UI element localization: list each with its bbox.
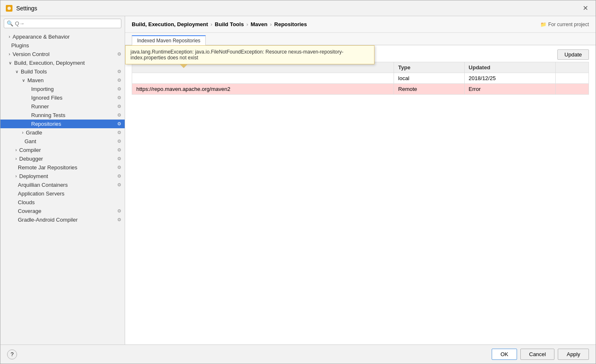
sidebar-item-label: Remote Jar Repositories <box>18 164 77 171</box>
sidebar-item-label: Ignored Files <box>31 95 62 101</box>
breadcrumb-bar: Build, Execution, Deployment › Build Too… <box>125 16 596 33</box>
sidebar-item-build-tools[interactable]: ∨ Build Tools ⚙ <box>0 67 125 76</box>
sidebar-item-label: Maven <box>27 77 44 83</box>
sidebar-item-gradle-android-compiler[interactable]: Gradle-Android Compiler ⚙ <box>0 215 125 224</box>
sidebar-item-runner[interactable]: Runner ⚙ <box>0 102 125 111</box>
sidebar-item-label: Version Control <box>12 51 49 57</box>
sidebar-item-coverage[interactable]: Coverage ⚙ <box>0 207 125 215</box>
chevron-icon: › <box>15 148 17 152</box>
sidebar-item-deployment[interactable]: › Deployment ⚙ <box>0 172 125 181</box>
sidebar-item-label: Gradle-Android Compiler <box>18 217 78 223</box>
sidebar-item-appearance[interactable]: › Appearance & Behavior <box>0 32 125 41</box>
chevron-down-icon: ∨ <box>9 61 12 65</box>
sidebar-item-build-exec-deploy[interactable]: ∨ Build, Execution, Deployment <box>0 59 125 67</box>
chevron-icon: › <box>9 52 10 56</box>
project-icon: 📁 <box>540 22 547 27</box>
search-icon: 🔍 <box>7 20 13 27</box>
table-row[interactable]: https://repo.maven.apache.org/maven2 Rem… <box>132 84 589 95</box>
table-row[interactable]: local 2018/12/25 <box>132 73 589 84</box>
sidebar-item-label: Debugger <box>19 156 43 162</box>
footer-left: ? <box>7 349 17 359</box>
help-button[interactable]: ? <box>7 349 17 359</box>
repo-type: local <box>394 73 465 84</box>
breadcrumb-part-4: Repositories <box>274 21 307 27</box>
sidebar-item-importing[interactable]: Importing ⚙ <box>0 85 125 93</box>
chevron-icon: › <box>15 174 17 178</box>
search-input[interactable] <box>15 20 118 27</box>
search-box[interactable]: 🔍 <box>4 19 121 28</box>
settings-icon: ⚙ <box>117 165 121 170</box>
sidebar-item-maven[interactable]: ∨ Maven ⚙ <box>0 76 125 85</box>
col-header-type: Type <box>394 62 465 73</box>
sidebar-item-label: Compiler <box>19 147 41 153</box>
settings-icon: ⚙ <box>117 69 121 74</box>
sidebar-item-running-tests[interactable]: Running Tests ⚙ <box>0 111 125 120</box>
breadcrumb-part-1: Build, Execution, Deployment <box>132 21 208 27</box>
settings-icon: ⚙ <box>117 95 121 100</box>
sidebar-item-gradle[interactable]: › Gradle ⚙ <box>0 128 125 137</box>
cancel-button[interactable]: Cancel <box>520 349 554 360</box>
sidebar-item-label: Gradle <box>26 129 42 136</box>
footer: ? OK Cancel Apply <box>0 344 596 364</box>
sidebar-item-clouds[interactable]: Clouds <box>0 198 125 207</box>
settings-icon: ⚙ <box>117 139 121 144</box>
sidebar-item-label: Deployment <box>19 173 48 179</box>
sidebar-item-debugger[interactable]: › Debugger ⚙ <box>0 154 125 163</box>
sidebar-item-label: Application Servers <box>18 191 64 197</box>
sidebar-tree: › Appearance & Behavior Plugins › Versio… <box>0 31 125 344</box>
sidebar-item-repositories[interactable]: Repositories ⚙ <box>0 120 125 128</box>
settings-icon: ⚙ <box>117 104 121 109</box>
settings-app-icon <box>5 5 13 12</box>
sidebar-item-label: Build, Execution, Deployment <box>14 60 85 66</box>
sidebar-item-arquillian-containers[interactable]: Arquillian Containers ⚙ <box>0 181 125 189</box>
sidebar-item-label: Runner <box>31 103 49 110</box>
repo-url: https://repo.maven.apache.org/maven2 <box>132 84 394 95</box>
breadcrumb-part-3: Maven <box>251 21 267 27</box>
sidebar-item-gant[interactable]: Gant ⚙ <box>0 137 125 146</box>
svg-point-1 <box>7 7 11 10</box>
apply-button[interactable]: Apply <box>558 349 589 360</box>
sidebar-item-label: Importing <box>31 86 54 92</box>
ok-button[interactable]: OK <box>492 349 517 360</box>
sidebar-item-version-control[interactable]: › Version Control ⚙ <box>0 50 125 59</box>
sidebar-item-label: Clouds <box>18 199 34 205</box>
settings-icon: ⚙ <box>117 182 121 188</box>
repo-url <box>132 73 394 84</box>
tab-indexed-maven-repos[interactable]: Indexed Maven Repositories <box>132 35 206 45</box>
chevron-down-icon: ∨ <box>15 69 18 74</box>
repo-action <box>556 73 589 84</box>
title-bar: Settings ✕ <box>0 0 596 16</box>
settings-icon: ⚙ <box>117 121 121 127</box>
sidebar-item-label: Build Tools <box>21 68 47 75</box>
sidebar-item-application-servers[interactable]: Application Servers <box>0 189 125 198</box>
settings-icon: ⚙ <box>117 51 121 57</box>
content-area: java.lang.RuntimeException: java.io.File… <box>125 45 596 344</box>
tab-label: Indexed Maven Repositories <box>137 38 200 44</box>
settings-icon: ⚙ <box>117 217 121 222</box>
sidebar-item-compiler[interactable]: › Compiler ⚙ <box>0 146 125 154</box>
sidebar-item-label: Arquillian Containers <box>18 182 68 188</box>
breadcrumb: Build, Execution, Deployment › Build Too… <box>132 21 307 27</box>
settings-icon: ⚙ <box>117 78 121 83</box>
sidebar-item-label: Appearance & Behavior <box>12 34 69 40</box>
sidebar-item-plugins[interactable]: Plugins <box>0 41 125 50</box>
settings-icon: ⚙ <box>117 147 121 153</box>
sidebar-item-remote-jar-repos[interactable]: Remote Jar Repositories ⚙ <box>0 163 125 172</box>
update-button[interactable]: Update <box>557 49 589 60</box>
sidebar-item-label: Repositories <box>31 121 61 127</box>
for-current-project-label: 📁 For current project <box>540 22 589 27</box>
repo-updated: Error <box>464 84 555 95</box>
breadcrumb-separator: › <box>210 21 212 27</box>
chevron-down-icon: ∨ <box>22 78 25 83</box>
sidebar-item-ignored-files[interactable]: Ignored Files ⚙ <box>0 93 125 102</box>
settings-icon: ⚙ <box>117 173 121 179</box>
breadcrumb-separator: › <box>270 21 271 27</box>
sidebar-item-label: Plugins <box>11 42 29 49</box>
col-header-updated: Updated <box>464 62 555 73</box>
update-button-area: Update <box>557 49 589 60</box>
tab-bar: Indexed Maven Repositories <box>125 33 596 45</box>
sidebar-item-label: Gant <box>25 138 36 144</box>
sidebar-item-label: Running Tests <box>31 112 65 118</box>
title-bar-left: Settings <box>5 5 37 12</box>
close-button[interactable]: ✕ <box>580 3 591 13</box>
